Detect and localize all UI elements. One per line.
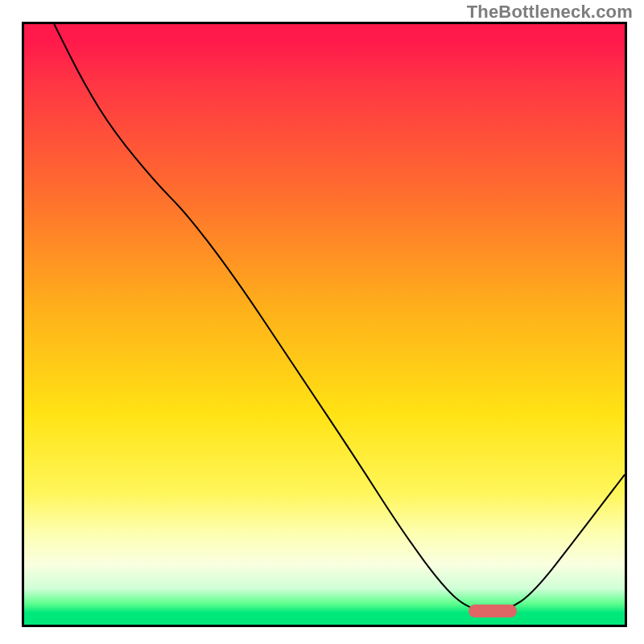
- chart-container: TheBottleneck.com: [0, 0, 644, 644]
- plot-area: [22, 22, 627, 627]
- watermark-text: TheBottleneck.com: [467, 2, 633, 23]
- optimal-zone-marker: [469, 605, 517, 617]
- bottleneck-curve: [24, 24, 625, 625]
